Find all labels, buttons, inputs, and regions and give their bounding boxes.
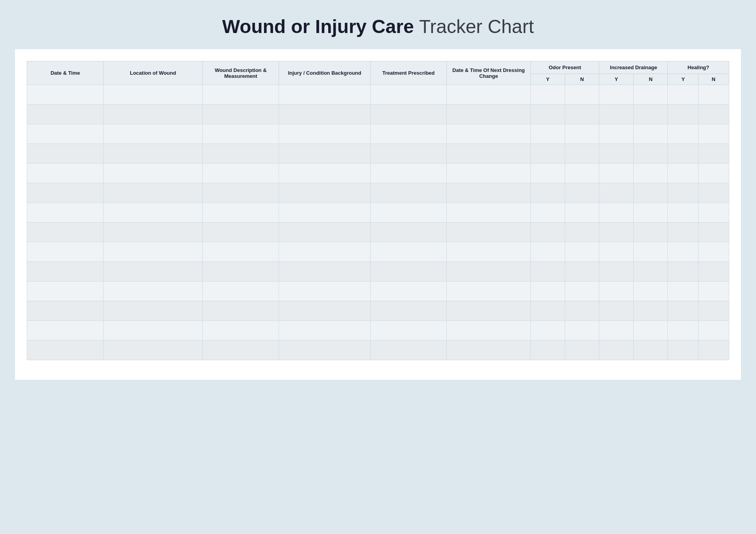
table-cell (565, 124, 599, 144)
table-cell (530, 164, 565, 183)
table-cell (27, 144, 104, 164)
table-cell (599, 341, 634, 360)
table-cell (447, 144, 530, 164)
table-cell (698, 341, 729, 360)
th-increased-drainage: Increased Drainage (599, 61, 668, 74)
table-cell (447, 183, 530, 203)
table-row (27, 301, 729, 321)
table-cell (203, 341, 279, 360)
table-cell (279, 124, 371, 144)
table-cell (104, 203, 203, 223)
table-cell (104, 223, 203, 242)
table-cell (668, 203, 699, 223)
table-cell (279, 321, 371, 341)
table-cell (447, 321, 530, 341)
table-cell (565, 262, 599, 282)
th-injury: Injury / Condition Background (279, 61, 371, 85)
table-cell (634, 144, 668, 164)
table-cell (279, 203, 371, 223)
table-cell (634, 124, 668, 144)
table-cell (565, 223, 599, 242)
th-location: Location of Wound (104, 61, 203, 85)
table-cell (599, 183, 634, 203)
table-cell (698, 223, 729, 242)
table-cell (634, 341, 668, 360)
table-cell (668, 282, 699, 301)
table-cell (668, 301, 699, 321)
table-cell (279, 282, 371, 301)
table-cell (668, 341, 699, 360)
table-cell (104, 164, 203, 183)
table-cell (668, 242, 699, 262)
th-date-time: Date & Time (27, 61, 104, 85)
table-cell (203, 164, 279, 183)
table-cell (668, 85, 699, 105)
table-cell (599, 282, 634, 301)
table-row (27, 321, 729, 341)
table-cell (27, 85, 104, 105)
table-cell (698, 105, 729, 124)
table-cell (565, 85, 599, 105)
table-cell (668, 105, 699, 124)
table-cell (668, 262, 699, 282)
table-cell (698, 242, 729, 262)
table-cell (530, 223, 565, 242)
table-row (27, 282, 729, 301)
table-cell (203, 242, 279, 262)
table-cell (279, 242, 371, 262)
table-body (27, 85, 729, 360)
table-cell (203, 203, 279, 223)
table-cell (104, 183, 203, 203)
table-cell (530, 301, 565, 321)
table-cell (279, 301, 371, 321)
table-cell (447, 164, 530, 183)
th-drain-y: Y (599, 74, 634, 85)
th-treatment: Treatment Prescribed (370, 61, 447, 85)
table-cell (530, 144, 565, 164)
table-cell (698, 301, 729, 321)
table-cell (370, 183, 447, 203)
table-cell (279, 262, 371, 282)
table-cell (565, 144, 599, 164)
table-cell (27, 242, 104, 262)
table-cell (668, 164, 699, 183)
table-row (27, 242, 729, 262)
table-row (27, 164, 729, 183)
table-cell (370, 203, 447, 223)
table-cell (530, 85, 565, 105)
table-cell (104, 242, 203, 262)
table-cell (27, 223, 104, 242)
table-cell (370, 105, 447, 124)
table-cell (27, 321, 104, 341)
table-cell (599, 203, 634, 223)
table-cell (565, 105, 599, 124)
table-cell (104, 144, 203, 164)
table-cell (565, 203, 599, 223)
table-cell (203, 85, 279, 105)
table-cell (370, 242, 447, 262)
table-cell (530, 262, 565, 282)
table-cell (698, 262, 729, 282)
header-row-top: Date & Time Location of Wound Wound Desc… (27, 61, 729, 74)
table-cell (203, 262, 279, 282)
table-cell (104, 262, 203, 282)
table-row (27, 262, 729, 282)
table-cell (370, 282, 447, 301)
table-cell (530, 105, 565, 124)
table-cell (668, 223, 699, 242)
table-cell (370, 124, 447, 144)
table-cell (447, 262, 530, 282)
table-cell (565, 183, 599, 203)
table-row (27, 105, 729, 124)
table-row (27, 144, 729, 164)
table-cell (203, 124, 279, 144)
table-cell (565, 301, 599, 321)
table-cell (104, 341, 203, 360)
table-cell (599, 124, 634, 144)
th-heal-n: N (698, 74, 729, 85)
table-cell (634, 262, 668, 282)
table-cell (698, 282, 729, 301)
table-cell (370, 301, 447, 321)
table-cell (279, 105, 371, 124)
table-cell (599, 242, 634, 262)
